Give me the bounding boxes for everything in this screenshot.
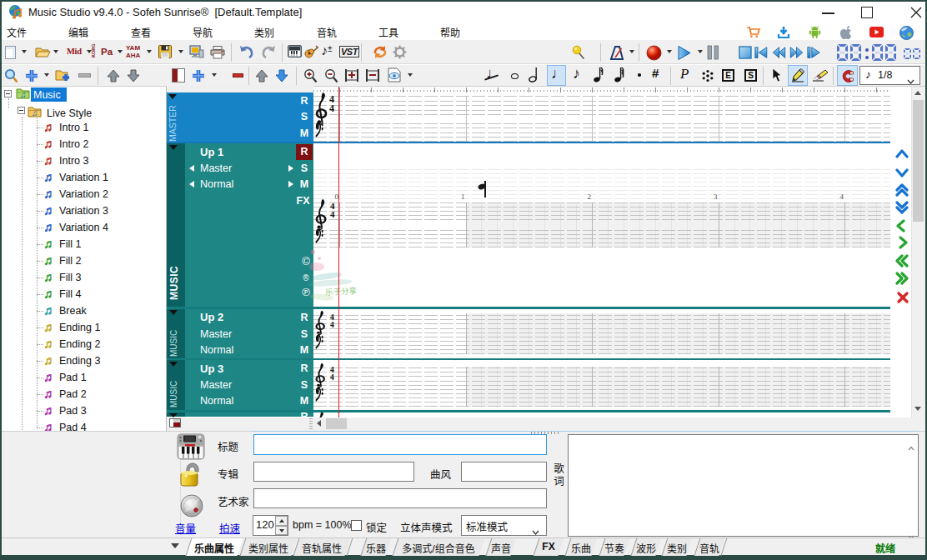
svg-text:♫: ♫ (32, 108, 38, 118)
svg-text:♫: ♫ (20, 90, 27, 99)
